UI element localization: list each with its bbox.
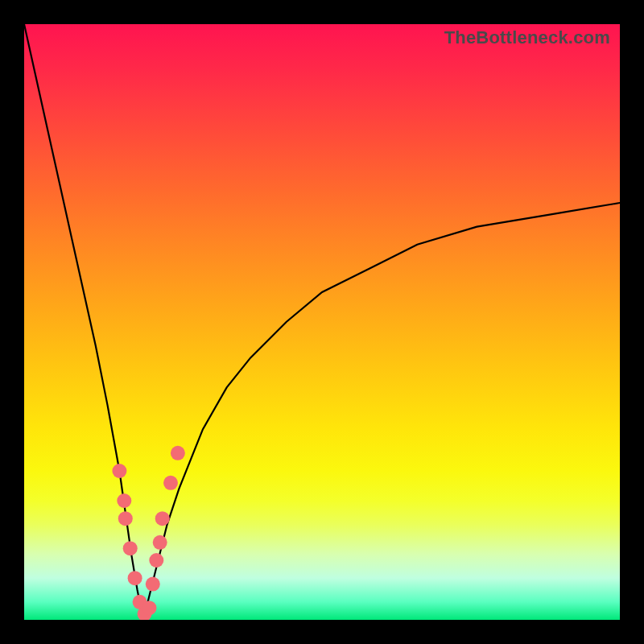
- marker-group: [112, 446, 185, 620]
- curve-marker: [128, 571, 142, 585]
- curve-marker: [142, 601, 156, 615]
- curve-marker: [118, 511, 133, 526]
- bottleneck-chart-svg: [24, 24, 620, 620]
- curve-marker: [153, 535, 167, 550]
- curve-marker: [163, 476, 178, 490]
- bottleneck-curve-path: [24, 24, 620, 620]
- curve-marker: [155, 511, 170, 526]
- curve-marker: [123, 541, 138, 555]
- curve-marker: [149, 553, 163, 568]
- curve-marker: [171, 446, 185, 460]
- curve-marker: [117, 493, 131, 508]
- plot-area: TheBottleneck.com: [24, 24, 620, 620]
- curve-marker: [112, 464, 126, 478]
- chart-frame: TheBottleneck.com: [0, 0, 644, 644]
- curve-marker: [146, 577, 160, 592]
